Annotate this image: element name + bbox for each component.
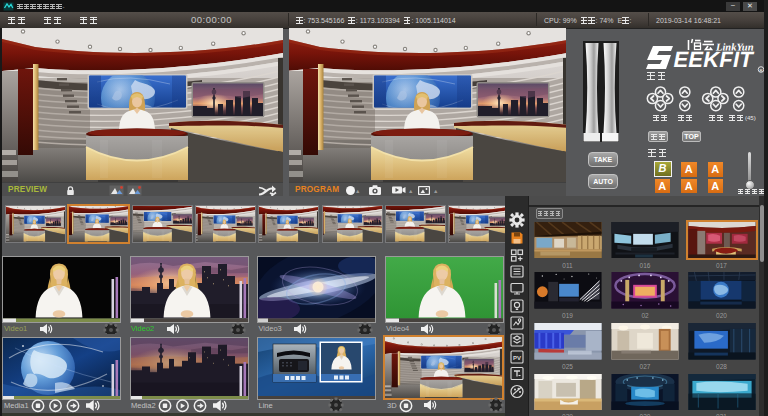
svg-text:R: R — [759, 68, 762, 73]
svg-text:EEKFIT: EEKFIT — [673, 47, 754, 72]
svg-text:PV: PV — [513, 355, 521, 361]
